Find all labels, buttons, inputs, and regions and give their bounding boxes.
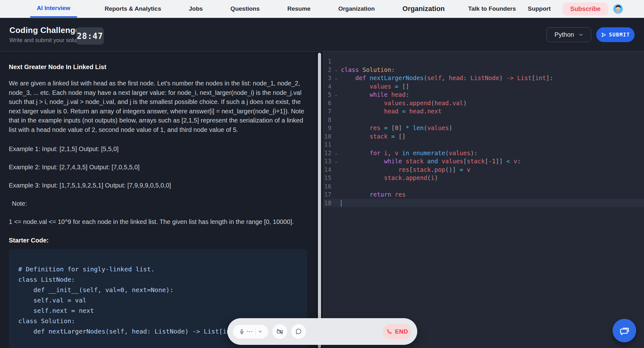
camera-off-icon — [276, 328, 283, 335]
line-number: 14 — [323, 166, 331, 174]
nav-right-group: Talk to Founders Support Subscribe — [468, 0, 623, 18]
editor-line-4[interactable]: 4 values = [] — [323, 82, 644, 91]
editor-line-11[interactable]: 11 — [323, 140, 644, 149]
chevron-down-icon — [579, 32, 583, 37]
text-cursor — [341, 200, 341, 207]
fold-chevron-icon[interactable]: ⌄ — [331, 157, 341, 166]
avatar-image — [613, 4, 623, 14]
code-line-text: stack.append(i) — [341, 174, 438, 182]
fold-chevron-icon[interactable]: ⌄ — [331, 90, 341, 99]
line-number: 9 — [323, 124, 331, 132]
editor-line-17[interactable]: 17 return res — [323, 190, 644, 199]
send-icon — [601, 32, 607, 38]
language-dropdown-value: Python — [554, 31, 574, 38]
example-3: Example 3: Input: [1,7,5,1,9,2,5,1] Outp… — [9, 182, 307, 189]
line-number: 16 — [323, 182, 331, 191]
editor-line-9[interactable]: 9 res = [0] * len(values) — [323, 124, 644, 132]
editor-line-1[interactable]: 1 — [323, 57, 644, 66]
code-line-text: class Solution: — [341, 66, 395, 74]
code-line-text: res = [0] * len(values) — [341, 124, 452, 132]
fold-chevron-icon[interactable]: ⌄ — [331, 74, 341, 82]
problem-panel: Next Greater Node In Linked List We are … — [0, 52, 316, 348]
end-call-button[interactable]: END — [383, 324, 412, 339]
editor-line-2[interactable]: 2⌄class Solution: — [323, 66, 644, 74]
line-number: 11 — [323, 140, 331, 149]
chat-button[interactable] — [291, 324, 306, 339]
nav-item-talk-to-founders[interactable]: Talk to Founders — [468, 5, 516, 12]
content-area: Next Greater Node In Linked List We are … — [0, 52, 644, 348]
line-number: 2 — [323, 66, 331, 74]
editor-line-10[interactable]: 10 stack = [] — [323, 132, 644, 141]
chat-bubble-icon — [295, 328, 302, 335]
line-number: 10 — [323, 132, 331, 141]
editor-line-13[interactable]: 13⌄ while stack and values[stack[-1]] < … — [323, 157, 644, 166]
code-line-text: head = head.next — [341, 107, 441, 116]
editor-line-15[interactable]: 15 stack.append(i) — [323, 174, 644, 182]
line-number: 4 — [323, 82, 331, 91]
nav-left-group: AI Interview Reports & Analytics Jobs Qu… — [30, 0, 445, 18]
nav-item-reports-analytics[interactable]: Reports & Analytics — [105, 0, 161, 18]
camera-off-button[interactable] — [272, 324, 287, 339]
chat-fab-button[interactable] — [613, 319, 636, 342]
editor-line-8[interactable]: 8 — [323, 116, 644, 124]
code-line-text: return res — [341, 190, 406, 199]
note-label: Note: — [9, 200, 307, 207]
pane-divider-track — [316, 52, 323, 348]
page-subtitle: Write and submit your solution — [9, 37, 86, 44]
submit-button[interactable]: SUBMIT — [596, 27, 635, 42]
line-number: 15 — [323, 174, 331, 182]
code-editor[interactable]: 12⌄class Solution:3⌄ def nextLargerNodes… — [323, 52, 644, 348]
nav-item-resume[interactable]: Resume — [287, 0, 311, 18]
chat-messages-icon — [619, 325, 630, 336]
editor-line-18[interactable]: 18 — [323, 199, 644, 207]
fold-chevron-icon[interactable]: ⌄ — [331, 66, 341, 74]
starter-code-label: Starter Code: — [9, 237, 307, 244]
phone-icon — [386, 329, 392, 335]
pane-resizer[interactable] — [318, 53, 321, 348]
line-number: 5 — [323, 90, 331, 99]
code-line-text — [341, 199, 341, 207]
editor-line-5[interactable]: 5⌄ while head: — [323, 90, 644, 99]
mic-level-dots: ··· — [247, 329, 253, 334]
page-title: Coding Challenge — [9, 25, 86, 35]
countdown-timer: 28:47 — [76, 27, 104, 45]
line-number: 18 — [323, 199, 331, 207]
microphone-control[interactable]: ··· — [233, 325, 268, 339]
problem-title: Next Greater Node In Linked List — [9, 63, 307, 71]
line-number: 8 — [323, 116, 331, 124]
line-number: 7 — [323, 107, 331, 116]
language-dropdown[interactable]: Python — [547, 27, 591, 42]
nav-item-ai-interview[interactable]: AI Interview — [30, 0, 77, 18]
editor-line-7[interactable]: 7 head = head.next — [323, 107, 644, 116]
editor-line-12[interactable]: 12⌄ for i, v in enumerate(values): — [323, 149, 644, 157]
nav-item-jobs[interactable]: Jobs — [189, 0, 203, 18]
call-control-bar: ··· END — [227, 318, 417, 345]
code-line-text: for i, v in enumerate(values): — [341, 149, 478, 157]
app-window: AI Interview Reports & Analytics Jobs Qu… — [0, 0, 644, 348]
example-1: Example 1: Input: [2,1,5] Output: [5,5,0… — [9, 145, 307, 153]
user-avatar[interactable] — [613, 4, 623, 14]
constraint-text: 1 <= node.val <= 10^9 for each node in t… — [9, 218, 307, 226]
code-line-text: while stack and values[stack[-1]] < v: — [341, 157, 521, 166]
line-number: 17 — [323, 190, 331, 199]
nav-item-questions[interactable]: Questions — [230, 0, 260, 18]
line-number: 6 — [323, 99, 331, 107]
editor-line-14[interactable]: 14 res[stack.pop()] = v — [323, 166, 644, 174]
editor-line-6[interactable]: 6 values.append(head.val) — [323, 99, 644, 107]
fold-chevron-icon[interactable]: ⌄ — [331, 149, 341, 157]
editor-line-3[interactable]: 3⌄ def nextLargerNodes(self, head: ListN… — [323, 74, 644, 82]
title-block: Coding Challenge Write and submit your s… — [9, 25, 86, 44]
challenge-header: Coding Challenge Write and submit your s… — [0, 18, 644, 52]
editor-line-16[interactable]: 16 — [323, 182, 644, 191]
nav-item-support[interactable]: Support — [528, 5, 551, 12]
code-line-text: def nextLargerNodes(self, head: ListNode… — [341, 74, 553, 82]
line-number: 1 — [323, 57, 331, 66]
organization-section-title: Organization — [402, 0, 445, 18]
chevron-down-icon[interactable] — [258, 329, 262, 334]
mic-group-divider — [255, 328, 256, 335]
submit-button-label: SUBMIT — [609, 32, 630, 38]
nav-item-organization[interactable]: Organization — [338, 0, 375, 18]
top-navigation: AI Interview Reports & Analytics Jobs Qu… — [0, 0, 644, 18]
subscribe-button[interactable]: Subscribe — [563, 3, 608, 15]
end-call-label: END — [395, 328, 408, 335]
